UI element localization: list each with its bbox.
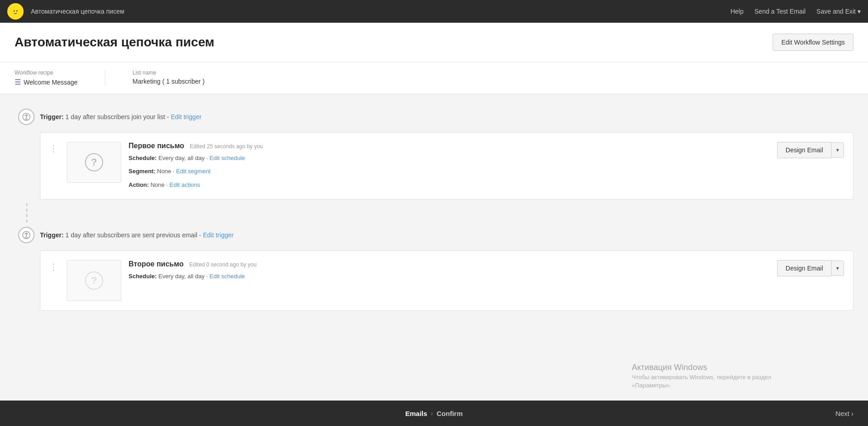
svg-point-4 bbox=[13, 11, 14, 13]
design-email-button-1[interactable]: Design Email bbox=[777, 142, 831, 158]
page-title: Автоматическая цепочка писем bbox=[15, 35, 214, 50]
connector-1 bbox=[26, 203, 27, 225]
design-email-button-2[interactable]: Design Email bbox=[777, 260, 831, 276]
edit-segment-link-1[interactable]: Edit segment bbox=[176, 168, 211, 175]
trigger-text-1: Trigger: 1 day after subscribers join yo… bbox=[40, 113, 202, 120]
svg-point-2 bbox=[16, 10, 17, 12]
email-block-1: Trigger: 1 day after subscribers join yo… bbox=[15, 109, 853, 200]
email-edited-1: Edited 25 seconds ago by you bbox=[190, 143, 263, 150]
card-actions-2: Design Email ▾ bbox=[777, 260, 844, 276]
card-actions-1: Design Email ▾ bbox=[777, 142, 844, 158]
workflow-recipe-label: Workflow recipe bbox=[15, 70, 78, 76]
svg-point-3 bbox=[14, 7, 17, 10]
card-menu-dots-1[interactable]: ⋮ bbox=[48, 144, 60, 154]
trigger-icon-1 bbox=[18, 109, 35, 125]
list-name-label: List name bbox=[133, 70, 205, 76]
email-name-2: Второе письмо bbox=[129, 260, 184, 268]
workflow-recipe-meta: Workflow recipe ☰ Welcome Message bbox=[15, 70, 78, 86]
list-name-value: Marketing ( 1 subscriber ) bbox=[133, 78, 205, 85]
email-name-1: Первое письмо bbox=[129, 142, 184, 150]
list-icon: ☰ bbox=[15, 78, 21, 86]
edit-workflow-settings-button[interactable]: Edit Workflow Settings bbox=[773, 34, 853, 51]
question-circle-icon-1: ? bbox=[85, 153, 103, 171]
trigger-row-2: Trigger: 1 day after subscribers are sen… bbox=[18, 227, 853, 243]
trigger-row-1: Trigger: 1 day after subscribers join yo… bbox=[18, 109, 853, 125]
edit-actions-link-1[interactable]: Edit actions bbox=[169, 181, 200, 188]
email-thumbnail-2: ? bbox=[67, 260, 121, 301]
navbar-title: Автоматическая цепочка писем bbox=[31, 8, 723, 15]
design-email-dropdown-1[interactable]: ▾ bbox=[831, 142, 844, 158]
trigger-text-2: Trigger: 1 day after subscribers are sen… bbox=[40, 231, 233, 239]
question-circle-icon-2: ? bbox=[85, 271, 103, 290]
edit-trigger-link-2[interactable]: Edit trigger bbox=[203, 231, 234, 239]
email-edited-2: Edited 0 second ago by you bbox=[189, 261, 257, 268]
design-email-dropdown-2[interactable]: ▾ bbox=[831, 261, 844, 276]
card-menu-dots-2[interactable]: ⋮ bbox=[48, 262, 60, 272]
send-test-email-link[interactable]: Send a Test Email bbox=[754, 8, 806, 15]
email-details-1: Первое письмо Edited 25 seconds ago by y… bbox=[129, 142, 770, 190]
email-block-2: Trigger: 1 day after subscribers are sen… bbox=[15, 227, 853, 311]
workflow-recipe-value: Welcome Message bbox=[24, 79, 78, 86]
edit-schedule-link-2[interactable]: Edit schedule bbox=[209, 273, 245, 280]
logo bbox=[7, 3, 24, 20]
edit-schedule-link-1[interactable]: Edit schedule bbox=[209, 155, 245, 161]
page-header: Автоматическая цепочка писем Edit Workfl… bbox=[0, 23, 868, 62]
email-details-2: Второе письмо Edited 0 second ago by you… bbox=[129, 260, 770, 281]
save-exit-button[interactable]: Save and Exit ▾ bbox=[817, 8, 861, 15]
navbar-actions: Help Send a Test Email Save and Exit ▾ bbox=[730, 8, 861, 15]
email-card-2: ⋮ ? Второе письмо Edited 0 second ago by… bbox=[40, 251, 853, 311]
email-card-1: ⋮ ? Первое письмо Edited 25 seconds ago … bbox=[40, 132, 853, 200]
navbar: Автоматическая цепочка писем Help Send a… bbox=[0, 0, 868, 23]
email-thumbnail-1: ? bbox=[67, 142, 121, 183]
help-link[interactable]: Help bbox=[730, 8, 744, 15]
meta-bar: Workflow recipe ☰ Welcome Message List n… bbox=[0, 62, 868, 94]
trigger-icon-2 bbox=[18, 227, 35, 243]
meta-divider bbox=[105, 70, 105, 86]
list-name-meta: List name Marketing ( 1 subscriber ) bbox=[133, 70, 205, 85]
edit-trigger-link-1[interactable]: Edit trigger bbox=[171, 113, 202, 120]
main-content: Trigger: 1 day after subscribers join yo… bbox=[0, 94, 868, 351]
